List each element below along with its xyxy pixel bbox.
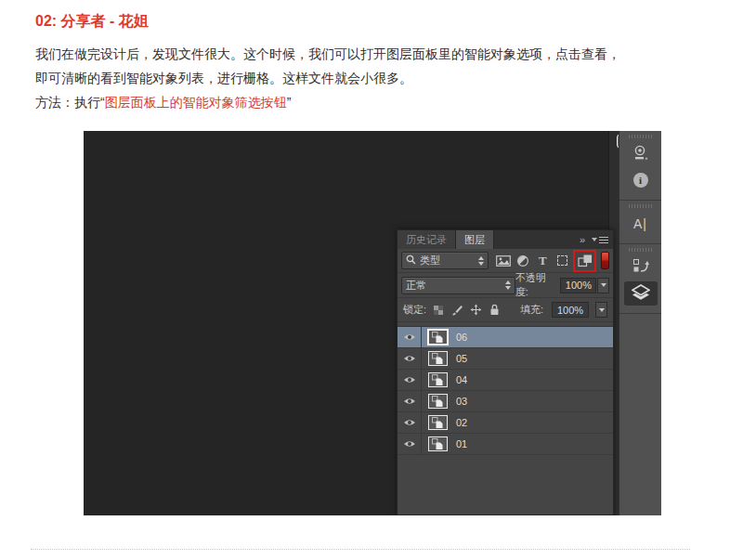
blend-mode-value: 正常 xyxy=(406,279,426,293)
collapse-panel-icon[interactable]: » xyxy=(580,235,585,245)
fill-dropdown-button[interactable] xyxy=(595,302,607,318)
dotted-separator xyxy=(31,549,690,550)
photoshop-screenshot: i A| xyxy=(84,131,661,515)
layer-row-01[interactable]: 01 xyxy=(398,434,613,455)
opacity-label: 不透明度: xyxy=(515,271,558,299)
eye-icon xyxy=(403,332,416,342)
layer-row-02[interactable]: 02 xyxy=(398,412,613,434)
opacity-dropdown-button[interactable] xyxy=(597,278,609,293)
info-icon: i xyxy=(633,173,648,188)
history-panel-button[interactable] xyxy=(624,255,658,280)
character-panel-button[interactable]: A| xyxy=(624,212,658,236)
filter-on-off-toggle[interactable] xyxy=(601,252,609,269)
search-icon xyxy=(406,254,416,267)
layer-row-05[interactable]: 05 xyxy=(398,348,613,370)
panel-dock: i A| xyxy=(619,131,661,515)
paragraph-line-1: 我们在做完设计后，发现文件很大。这个时候，我们可以打开图层面板里的智能对象选项，… xyxy=(35,46,620,61)
lock-label: 锁定: xyxy=(403,303,426,317)
smart-object-badge-icon xyxy=(432,332,444,344)
type-layer-icon: T xyxy=(539,254,547,268)
panel-tab-bar: 历史记录 图层 » xyxy=(398,230,613,249)
filter-adjustment-layers-button[interactable] xyxy=(514,252,532,269)
smart-object-thumbnail[interactable] xyxy=(428,436,448,451)
layers-panel-icon xyxy=(632,283,650,304)
dock-section-3 xyxy=(619,244,661,314)
layer-name: 06 xyxy=(456,332,467,343)
lock-row: 锁定: 填充: 100% xyxy=(398,298,613,322)
lock-transparency-button[interactable] xyxy=(432,304,445,317)
layer-row-03[interactable]: 03 xyxy=(398,391,613,412)
dock-grip-icon[interactable] xyxy=(629,135,653,138)
layer-filter-row: 类型 T xyxy=(398,249,613,273)
brush-icon xyxy=(451,305,463,316)
visibility-toggle[interactable] xyxy=(398,370,422,390)
filter-type-dropdown[interactable]: 类型 xyxy=(401,252,489,269)
smart-object-badge-icon xyxy=(432,353,444,365)
blend-mode-row: 正常 不透明度: 100% xyxy=(398,273,613,298)
visibility-toggle[interactable] xyxy=(398,348,422,369)
panel-menu-icon[interactable] xyxy=(592,237,608,243)
opacity-value-field[interactable]: 100% xyxy=(560,278,596,293)
dock-section-2: A| xyxy=(619,201,661,244)
eye-icon xyxy=(403,439,416,449)
layer-name: 04 xyxy=(456,374,467,385)
filter-type-label: 类型 xyxy=(420,254,440,267)
move-icon xyxy=(470,304,482,316)
blend-mode-dropdown[interactable]: 正常 xyxy=(401,277,515,294)
dock-grip-icon[interactable] xyxy=(629,204,653,208)
page-title: 02: 分享者 - 花姐 xyxy=(35,12,149,32)
smart-object-thumbnail[interactable] xyxy=(428,351,448,366)
shape-layer-icon xyxy=(557,255,567,266)
history-panel-icon xyxy=(632,258,649,277)
layer-name: 01 xyxy=(456,438,467,449)
character-panel-icon: A| xyxy=(633,216,647,231)
dock-grip-icon[interactable] xyxy=(629,248,653,252)
adjustment-layer-icon xyxy=(516,254,529,267)
smart-object-thumbnail[interactable] xyxy=(428,330,448,345)
fill-value-field[interactable]: 100% xyxy=(552,302,589,318)
smart-object-icon xyxy=(578,254,593,267)
paragraph-line-2: 即可清晰的看到智能对象列表，进行栅格。这样文件就会小很多。 xyxy=(35,71,412,85)
lock-pixels-button[interactable] xyxy=(450,304,463,317)
layer-row-06[interactable]: 06 xyxy=(398,327,613,348)
eye-icon xyxy=(403,375,416,384)
layers-panel-button[interactable] xyxy=(624,281,658,306)
visibility-toggle[interactable] xyxy=(398,434,422,454)
tutorial-page: 02: 分享者 - 花姐 我们在做完设计后，发现文件很大。这个时候，我们可以打开… xyxy=(0,0,743,560)
spinner-arrows-icon xyxy=(505,280,511,290)
lock-all-button[interactable] xyxy=(488,304,501,317)
smart-object-thumbnail[interactable] xyxy=(428,415,448,430)
filter-pixel-layers-button[interactable] xyxy=(494,252,513,269)
visibility-toggle[interactable] xyxy=(398,412,422,433)
smart-object-thumbnail[interactable] xyxy=(428,394,448,409)
layers-panel: 历史记录 图层 » 类型 xyxy=(397,229,614,515)
layer-name: 03 xyxy=(456,396,467,407)
filter-type-layers-button[interactable]: T xyxy=(533,252,552,269)
pixel-layer-icon xyxy=(496,255,511,267)
smart-object-badge-icon xyxy=(432,396,444,408)
visibility-toggle[interactable] xyxy=(398,391,422,411)
visibility-toggle[interactable] xyxy=(398,327,422,347)
method-suffix: ” xyxy=(287,95,292,110)
tab-layers[interactable]: 图层 xyxy=(456,230,494,249)
filter-smart-objects-button[interactable] xyxy=(576,252,594,269)
smart-object-badge-icon xyxy=(432,417,444,429)
tab-history[interactable]: 历史记录 xyxy=(398,230,456,249)
eye-icon xyxy=(403,354,416,363)
layer-row-04[interactable]: 04 xyxy=(398,370,613,391)
checkerboard-icon xyxy=(434,306,443,315)
method-highlight: 图层面板上的智能对象筛选按钮 xyxy=(105,95,287,110)
color-panel-button[interactable] xyxy=(624,142,658,166)
lock-position-button[interactable] xyxy=(469,304,482,317)
panel-tab-controls: » xyxy=(580,230,613,249)
filter-shape-layers-button[interactable] xyxy=(553,252,571,269)
color-panel-icon xyxy=(632,145,649,164)
eye-icon xyxy=(403,397,416,406)
info-panel-button[interactable]: i xyxy=(624,168,658,192)
red-annotation-box xyxy=(573,250,596,272)
lock-icon xyxy=(489,304,500,316)
smart-object-badge-icon xyxy=(432,374,444,386)
layer-list: 06 05 xyxy=(398,326,613,455)
smart-object-badge-icon xyxy=(432,438,444,450)
smart-object-thumbnail[interactable] xyxy=(428,372,448,387)
